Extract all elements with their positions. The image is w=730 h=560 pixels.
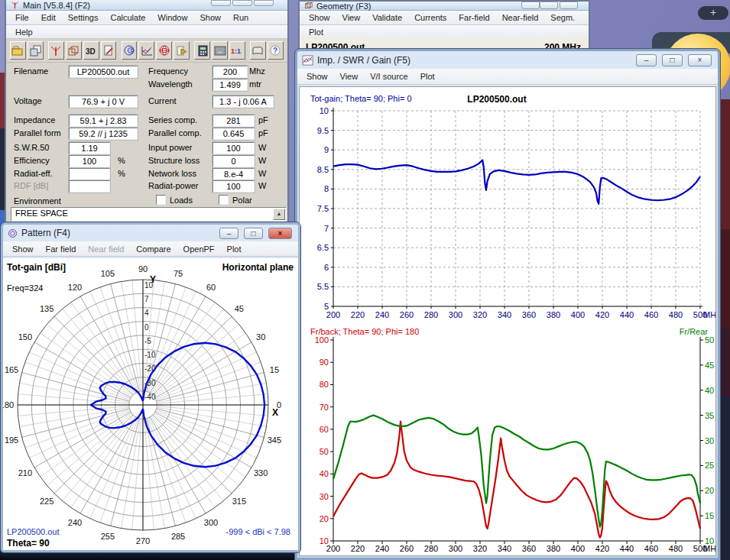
field-structure-loss[interactable]: 0 — [213, 155, 255, 167]
svg-text:260: 260 — [400, 544, 414, 553]
help-button[interactable]: ? — [268, 41, 284, 60]
un it-input-power: W — [258, 143, 266, 152]
pattern-maximize-button[interactable]: □ — [244, 228, 263, 239]
pattern-titlebar[interactable]: Pattern (F4) – □ × — [3, 225, 298, 241]
field-radiat-power[interactable]: 100 — [213, 180, 255, 193]
menu-item-settings[interactable]: Settings — [62, 11, 105, 24]
gain-chart: Tot-gain; Theta= 90; Phi= 0LP200500.out5… — [300, 92, 716, 329]
checkbox-polar[interactable]: Polar — [219, 195, 252, 205]
scale-1-1-button[interactable]: 1:1 — [229, 41, 245, 60]
main-titlebar[interactable]: Main [V5.8.4] (F2) — [6, 0, 287, 11]
menu-item-run[interactable]: Run — [227, 11, 255, 24]
menu-item-far-field[interactable]: Far-field — [453, 11, 495, 24]
pattern-minimize-button[interactable]: – — [219, 228, 238, 239]
imp-maximize-button[interactable]: □ — [662, 54, 683, 66]
menu-item-help[interactable]: Help — [9, 26, 39, 38]
menu-item-validate[interactable]: Validate — [366, 11, 408, 24]
menu-item-segm[interactable]: Segm. — [544, 11, 581, 24]
menu-item-compare[interactable]: Compare — [130, 243, 177, 255]
menu-item-plot[interactable]: Plot — [221, 243, 248, 255]
checkbox-box-polar[interactable] — [219, 195, 229, 205]
field-radiat-eff[interactable] — [69, 168, 110, 180]
svg-text:LP200500.out: LP200500.out — [467, 94, 526, 105]
menu-item-view[interactable]: View — [336, 11, 367, 24]
optimizer-button[interactable]: ↔ — [212, 41, 228, 60]
svg-text:3D: 3D — [86, 47, 96, 56]
checkbox-box-loads[interactable] — [156, 195, 166, 205]
imp-minimize-button[interactable]: – — [636, 54, 657, 66]
new-tab-button[interactable]: + — [698, 6, 728, 20]
main-window: Main [V5.8.4] (F2) FileEditSettingsCalcu… — [5, 0, 289, 225]
field-parallel-form[interactable]: 59.2 // j 1235 — [69, 128, 138, 140]
menu-item-near-field[interactable]: Near-field — [496, 11, 545, 24]
field-voltage[interactable]: 76.9 + j 0 V — [69, 95, 138, 108]
svg-text:120: 120 — [68, 283, 82, 292]
svg-text:45: 45 — [705, 361, 714, 370]
field-impedance[interactable]: 59.1 + j 2.83 — [69, 115, 138, 127]
geometry-close-button[interactable] — [560, 2, 578, 9]
menu-item-openpf[interactable]: OpenPF — [177, 243, 221, 255]
menu-item-show[interactable]: Show — [300, 70, 334, 83]
menu-item-show[interactable]: Show — [193, 11, 227, 24]
field-series-comp[interactable]: 281 — [213, 115, 255, 127]
field-rdf-db[interactable] — [69, 180, 110, 193]
main-minimize-button[interactable] — [211, 0, 231, 6]
open-file-button[interactable] — [10, 41, 26, 60]
menu-item-calculate[interactable]: Calculate — [104, 11, 151, 24]
antenna-button[interactable] — [48, 41, 64, 60]
field-s-w-r-50[interactable]: 1.19 — [69, 142, 110, 154]
menu-item-edit[interactable]: Edit — [35, 11, 62, 24]
checkbox-loads[interactable]: Loads — [156, 195, 193, 205]
field-current[interactable]: 1.3 - j 0.06 A — [213, 95, 274, 108]
geometry-3d-button[interactable] — [66, 41, 82, 60]
field-network-loss[interactable]: 8.e-4 — [213, 168, 255, 180]
pattern-close-button[interactable]: × — [268, 228, 292, 239]
menu-item-show[interactable]: Show — [303, 11, 336, 24]
field-efficiency[interactable]: 100 — [69, 155, 110, 167]
menu-item-file[interactable]: File — [9, 11, 35, 24]
menu-item-plot[interactable]: Plot — [414, 70, 441, 83]
menu-item-far-field[interactable]: Far field — [40, 243, 83, 255]
svg-text:340: 340 — [498, 544, 511, 553]
svg-text:300: 300 — [449, 310, 462, 319]
menu-item-currents[interactable]: Currents — [408, 11, 453, 24]
svg-text:320: 320 — [473, 544, 487, 553]
menu-item-v-i-source[interactable]: V/I source — [364, 70, 414, 83]
svg-text:60: 60 — [206, 283, 216, 292]
menu-item-show[interactable]: Show — [6, 243, 40, 255]
run-nec-button[interactable] — [174, 41, 190, 60]
window-copy-button[interactable] — [28, 41, 44, 60]
field-input-power[interactable]: 100 — [213, 142, 255, 154]
imp-close-button[interactable]: × — [688, 54, 712, 66]
nec-editor-button[interactable] — [101, 41, 117, 60]
3d-viewer-button[interactable]: 3D — [83, 41, 99, 60]
menu-item-window[interactable]: Window — [151, 11, 193, 24]
far-field-pattern-button[interactable] — [156, 41, 172, 60]
manual-button[interactable] — [250, 41, 266, 60]
svg-text:225: 225 — [40, 497, 54, 506]
geometry-titlebar[interactable]: Geometry (F3) — [300, 2, 589, 11]
field-frequency[interactable]: 200 — [213, 66, 248, 78]
main-close-button[interactable] — [254, 0, 274, 6]
svg-text:40: 40 — [320, 469, 329, 478]
svg-text:480: 480 — [669, 310, 683, 319]
geometry-minimize-button[interactable] — [521, 2, 540, 9]
calculator-button[interactable] — [194, 41, 210, 60]
imp-titlebar[interactable]: Imp. / SWR / Gain (F5) – □ × — [297, 51, 718, 69]
menu-item-view[interactable]: View — [334, 70, 365, 83]
line-chart-button[interactable] — [138, 41, 154, 60]
field-filename[interactable]: LP200500.out — [69, 66, 138, 78]
field-wavelength[interactable]: 1.499 — [213, 79, 248, 91]
main-maximize-button[interactable] — [232, 0, 252, 6]
smith-chart-button[interactable] — [122, 41, 138, 60]
environment-listbox[interactable]: FREE SPACE▲ — [11, 207, 287, 222]
svg-text:100: 100 — [315, 335, 329, 345]
field-parallel-comp[interactable]: 0.645 — [213, 128, 255, 140]
geometry-maximize-button[interactable] — [540, 2, 558, 9]
label-environment: Environment — [14, 196, 61, 206]
listbox-scroll-up-button[interactable]: ▲ — [273, 209, 285, 220]
pattern-file-label: LP200500.out — [7, 527, 60, 536]
geometry-window-title: Geometry (F3) — [316, 2, 371, 11]
svg-text:255: 255 — [101, 532, 115, 541]
label-current: Current — [148, 96, 177, 105]
